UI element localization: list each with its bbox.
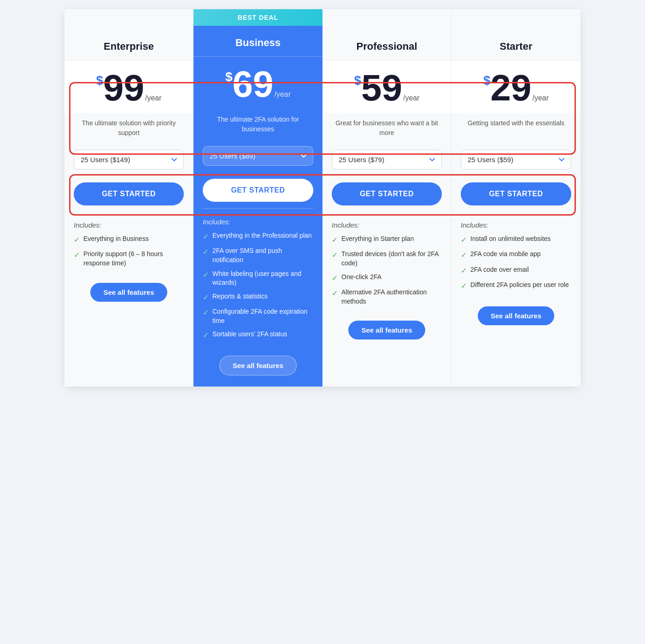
features-section: Includes: ✓ Install on unlimited website… — [452, 212, 580, 299]
see-all-section: See all features — [64, 275, 193, 313]
cta-section: GET STARTED — [452, 176, 580, 212]
price-section: $ 59 /year — [322, 60, 451, 113]
check-icon: ✓ — [332, 288, 338, 306]
plan-card-enterprise: Enterprise $ 99 /year The ultimate solut… — [64, 9, 194, 386]
includes-label: Includes: — [203, 218, 313, 226]
plan-description: The ultimate 2FA solution for businesses — [194, 109, 322, 141]
cta-button-professional[interactable]: GET STARTED — [332, 182, 442, 205]
check-icon: ✓ — [461, 250, 467, 260]
user-selector-section: 25 Users ($149)5 Users ($99)50 Users ($1… — [64, 145, 193, 176]
user-selector-section: 25 Users ($59)5 Users ($29)50 Users ($89… — [452, 145, 580, 176]
check-icon: ✓ — [203, 308, 209, 325]
user-selector-section: 25 Users ($79)5 Users ($59)50 Users ($10… — [322, 145, 451, 176]
feature-text: Sortable users' 2FA status — [212, 330, 287, 340]
price-section: $ 29 /year — [452, 60, 580, 113]
plan-description: Great for businesses who want a bit more — [322, 113, 451, 145]
feature-list: ✓ Everything in the Professional plan ✓ … — [203, 231, 313, 341]
check-icon: ✓ — [461, 235, 467, 245]
includes-label: Includes: — [332, 221, 442, 229]
user-selector-business[interactable]: 25 Users ($89)5 Users ($69)50 Users ($12… — [203, 146, 313, 166]
feature-item: ✓ Sortable users' 2FA status — [203, 330, 313, 340]
price-dollar: $ — [225, 70, 233, 83]
includes-label: Includes: — [461, 221, 571, 229]
feature-text: Trusted devices (don't ask for 2FA code) — [341, 250, 442, 268]
feature-item: ✓ Trusted devices (don't ask for 2FA cod… — [332, 250, 442, 268]
cta-section: GET STARTED — [322, 176, 451, 212]
price-period: /year — [274, 91, 291, 98]
check-icon: ✓ — [203, 247, 209, 264]
plan-header: Enterprise — [64, 29, 193, 60]
price-dollar: $ — [483, 74, 491, 87]
see-all-section: See all features — [322, 313, 451, 351]
pricing-grid: Enterprise $ 99 /year The ultimate solut… — [64, 9, 580, 386]
feature-item: ✓ Configurable 2FA code expiration time — [203, 307, 313, 325]
user-selector-enterprise[interactable]: 25 Users ($149)5 Users ($99)50 Users ($1… — [74, 150, 184, 170]
plan-name: Professional — [356, 41, 417, 52]
price-dollar: $ — [96, 74, 103, 87]
see-all-button-starter[interactable]: See all features — [478, 306, 554, 325]
see-all-button-business[interactable]: See all features — [219, 356, 297, 375]
cta-button-starter[interactable]: GET STARTED — [461, 182, 571, 205]
user-selector-section: 25 Users ($89)5 Users ($69)50 Users ($12… — [194, 141, 322, 172]
feature-text: Everything in Business — [83, 234, 149, 245]
includes-label: Includes: — [74, 221, 184, 229]
feature-list: ✓ Everything in Starter plan ✓ Trusted d… — [332, 234, 442, 306]
price-period: /year — [145, 94, 162, 102]
price-amount: 59 — [361, 70, 402, 106]
user-selector-starter[interactable]: 25 Users ($59)5 Users ($29)50 Users ($89… — [461, 150, 571, 170]
cta-button-enterprise[interactable]: GET STARTED — [74, 182, 184, 205]
best-deal-banner: BEST DEAL — [194, 9, 322, 26]
price-display: $ 99 /year — [74, 70, 184, 106]
feature-item: ✓ Install on unlimited websites — [461, 234, 571, 245]
see-all-button-enterprise[interactable]: See all features — [90, 283, 167, 302]
feature-item: ✓ 2FA over SMS and push notification — [203, 246, 313, 264]
price-display: $ 59 /year — [332, 70, 442, 106]
feature-item: ✓ 2FA code via mobile app — [461, 250, 571, 260]
user-selector-professional[interactable]: 25 Users ($79)5 Users ($59)50 Users ($10… — [332, 150, 442, 170]
feature-item: ✓ One-click 2FA — [332, 273, 442, 283]
feature-item: ✓ Everything in Starter plan — [332, 234, 442, 245]
plan-card-starter: Starter $ 29 /year Getting started with … — [452, 9, 580, 386]
check-icon: ✓ — [461, 266, 467, 276]
see-all-section: See all features — [194, 348, 322, 386]
feature-item: ✓ Reports & statistics — [203, 292, 313, 303]
plan-card-professional: Professional $ 59 /year Great for busine… — [322, 9, 452, 386]
feature-text: 2FA code via mobile app — [470, 250, 541, 260]
price-period: /year — [403, 94, 420, 102]
feature-text: Configurable 2FA code expiration time — [212, 307, 313, 325]
price-period: /year — [532, 94, 549, 102]
plan-name: Business — [235, 37, 281, 48]
pricing-wrapper: Enterprise $ 99 /year The ultimate solut… — [64, 9, 580, 386]
plan-header: Professional — [322, 29, 451, 60]
price-display: $ 29 /year — [461, 70, 571, 106]
plan-description: The ultimate solution with priority supp… — [64, 113, 193, 145]
feature-text: Priority support (6 – 8 hours response t… — [83, 250, 184, 268]
check-icon: ✓ — [74, 250, 80, 268]
see-all-button-professional[interactable]: See all features — [348, 321, 425, 340]
feature-text: White labeling (user pages and wizards) — [212, 269, 313, 287]
check-icon: ✓ — [74, 235, 80, 245]
feature-text: Reports & statistics — [212, 292, 268, 303]
cta-button-business[interactable]: GET STARTED — [203, 179, 313, 202]
see-all-section: See all features — [452, 299, 580, 336]
plan-header: Business — [194, 26, 322, 57]
price-section: $ 69 /year — [194, 57, 322, 109]
plan-header: Starter — [452, 29, 580, 60]
price-section: $ 99 /year — [64, 60, 193, 113]
feature-item: ✓ Priority support (6 – 8 hours response… — [74, 250, 184, 268]
plan-spacer — [322, 9, 451, 29]
check-icon: ✓ — [332, 273, 338, 283]
price-amount: 29 — [491, 70, 532, 106]
plan-spacer — [64, 9, 193, 29]
features-section: Includes: ✓ Everything in the Profession… — [194, 209, 322, 348]
check-icon: ✓ — [203, 330, 209, 340]
price-amount: 99 — [103, 70, 144, 106]
features-section: Includes: ✓ Everything in Business ✓ Pri… — [64, 212, 193, 275]
features-section: Includes: ✓ Everything in Starter plan ✓… — [322, 212, 451, 313]
plan-name: Starter — [500, 41, 533, 52]
feature-item: ✓ Everything in Business — [74, 234, 184, 245]
check-icon: ✓ — [461, 281, 467, 291]
plan-name: Enterprise — [104, 41, 154, 52]
plan-description: Getting started with the essentials — [452, 113, 580, 145]
price-amount: 69 — [233, 66, 274, 103]
